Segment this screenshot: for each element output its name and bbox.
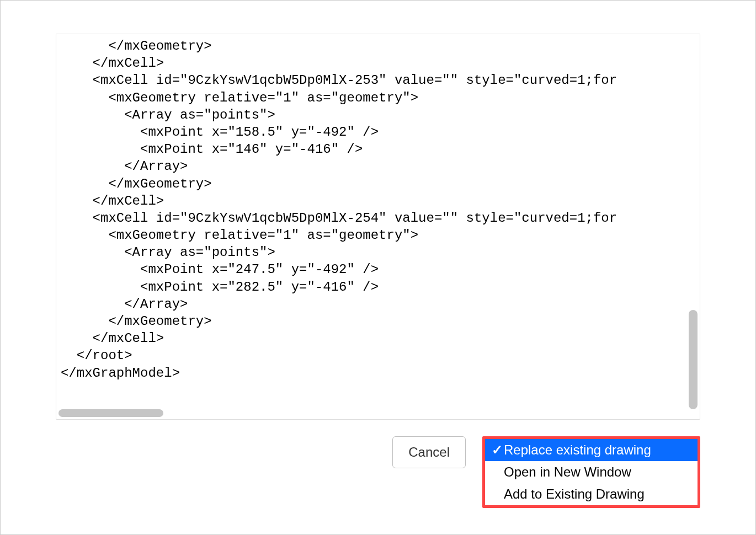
checkmark-icon: ✓	[491, 442, 504, 458]
dropdown-option-label: Replace existing drawing	[504, 442, 651, 458]
dropdown-option-replace[interactable]: ✓ Replace existing drawing	[485, 439, 698, 461]
dropdown-option-label: Add to Existing Drawing	[504, 486, 645, 502]
dropdown-option-label: Open in New Window	[504, 464, 631, 480]
diagram-xml-textarea[interactable]	[56, 34, 700, 408]
horizontal-scrollbar[interactable]	[58, 409, 163, 417]
edit-diagram-dialog: OK Cancel ✓ Replace existing drawing ✓ O…	[0, 0, 756, 535]
cancel-button[interactable]: Cancel	[392, 436, 466, 468]
dropdown-option-new-window[interactable]: ✓ Open in New Window	[485, 461, 698, 483]
vertical-scrollbar[interactable]	[689, 310, 698, 409]
code-textarea-wrapper	[56, 34, 700, 420]
dropdown-option-add-existing[interactable]: ✓ Add to Existing Drawing	[485, 483, 698, 505]
import-mode-dropdown[interactable]: ✓ Replace existing drawing ✓ Open in New…	[482, 436, 700, 508]
dialog-button-row: Cancel ✓ Replace existing drawing ✓ Open…	[1, 436, 700, 508]
dropdown-menu: ✓ Replace existing drawing ✓ Open in New…	[482, 436, 700, 508]
